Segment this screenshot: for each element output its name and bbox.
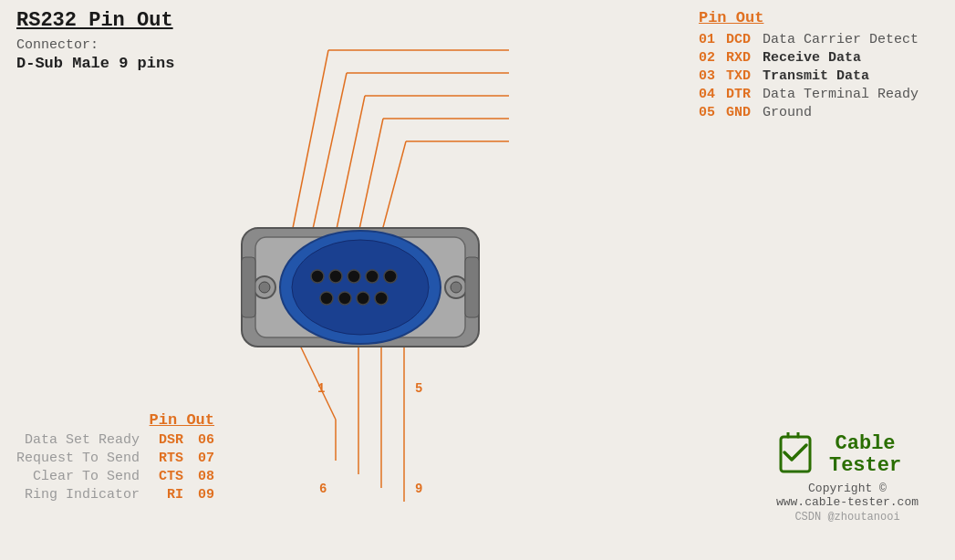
top-pin-row: 03 TXD Transmit Data	[699, 68, 919, 84]
top-pin-row: 04 DTR Data Terminal Ready	[699, 87, 919, 102]
pin-description: Ring Indicator	[25, 487, 140, 503]
pin-description: Transmit Data	[763, 68, 869, 84]
pin-abbr: RI	[147, 487, 183, 503]
pin-number: 08	[187, 469, 214, 484]
pin-abbr: RTS	[147, 451, 183, 466]
top-pin-out-section: Pin Out 01 DCD Data Carrier Detect 02 RX…	[699, 9, 919, 123]
svg-point-26	[357, 292, 369, 305]
pin-label-9: 9	[415, 482, 422, 496]
svg-rect-32	[242, 257, 255, 317]
pin-abbr: CTS	[147, 469, 183, 484]
pin-description: Request To Send	[16, 451, 140, 466]
svg-point-20	[329, 270, 342, 283]
pin-description: Data Set Ready	[25, 432, 140, 448]
svg-point-27	[375, 292, 388, 305]
bottom-pin-row: Ring Indicator RI 09	[16, 487, 214, 503]
pin-abbr: DSR	[147, 432, 183, 448]
svg-point-25	[338, 292, 351, 305]
pin-number: 03	[699, 68, 726, 84]
pin-label-1: 1	[317, 381, 325, 396]
pin-number: 09	[187, 487, 214, 503]
pin-number: 04	[699, 87, 726, 102]
connector-label: Connector:	[16, 37, 174, 53]
copyright: Copyright ©	[776, 482, 919, 495]
pin-number: 05	[699, 105, 726, 120]
pin-number: 07	[187, 451, 214, 466]
top-left-section: RS232 Pin Out Connector: D-Sub Male 9 pi…	[16, 9, 174, 72]
svg-point-18	[292, 240, 429, 335]
cable-tester-name: CableTester	[829, 433, 901, 477]
pin-abbr: DCD	[726, 32, 763, 47]
svg-point-31	[451, 282, 462, 293]
svg-point-24	[320, 292, 333, 305]
pin-label-6: 6	[319, 482, 327, 496]
pin-abbr: RXD	[726, 50, 763, 66]
pin-number: 01	[699, 32, 726, 47]
top-pin-row: 02 RXD Receive Data	[699, 50, 919, 66]
website-url: www.cable-tester.com	[776, 495, 919, 509]
top-pin-row: 01 DCD Data Carrier Detect	[699, 32, 919, 47]
pin-abbr: GND	[726, 105, 763, 120]
pin-abbr: TXD	[726, 68, 763, 84]
page-title: RS232 Pin Out	[16, 9, 174, 32]
cable-tester-icon	[776, 432, 822, 478]
pin-number: 06	[187, 432, 214, 448]
cable-tester-logo-section: CableTester Copyright © www.cable-tester…	[776, 432, 919, 524]
bottom-pin-out-section: Pin Out Data Set Ready DSR 06 Request To…	[16, 411, 214, 505]
pin-description: Clear To Send	[33, 469, 140, 484]
svg-point-29	[259, 282, 270, 293]
csdn-attribution: CSDN @zhoutanooi	[776, 511, 919, 524]
connector-svg	[237, 201, 483, 365]
pin-description: Data Carrier Detect	[763, 32, 919, 47]
bottom-pin-row: Request To Send RTS 07	[16, 451, 214, 466]
connector-image-area: 1 5 6 9	[237, 201, 483, 383]
cable-tester-logo: CableTester	[776, 432, 919, 478]
connector-type: D-Sub Male 9 pins	[16, 55, 174, 72]
svg-point-19	[311, 270, 324, 283]
top-pin-out-title: Pin Out	[699, 9, 919, 26]
bottom-pin-row: Clear To Send CTS 08	[16, 469, 214, 484]
pin-description: Data Terminal Ready	[763, 87, 919, 102]
pin-number: 02	[699, 50, 726, 66]
bottom-pin-out-title: Pin Out	[16, 411, 214, 429]
bottom-pin-row: Data Set Ready DSR 06	[16, 432, 214, 448]
svg-rect-33	[465, 257, 479, 317]
svg-point-21	[348, 270, 360, 283]
top-pin-row: 05 GND Ground	[699, 105, 919, 120]
pin-label-5: 5	[415, 381, 422, 396]
pin-abbr: DTR	[726, 87, 763, 102]
svg-point-22	[366, 270, 379, 283]
pin-description: Receive Data	[763, 50, 861, 66]
svg-point-23	[384, 270, 397, 283]
pin-description: Ground	[763, 105, 812, 120]
